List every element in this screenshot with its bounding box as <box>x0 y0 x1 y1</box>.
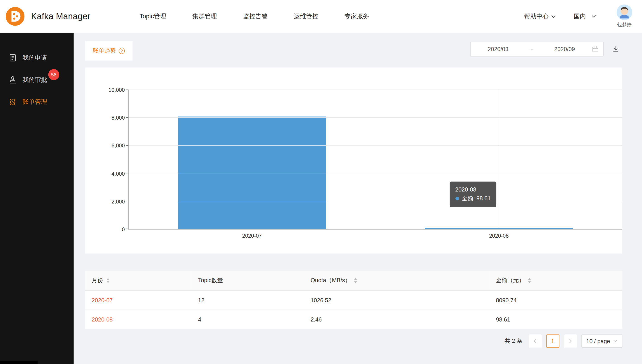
y-tick-mark <box>126 201 129 201</box>
nav-topic-management[interactable]: Topic管理 <box>140 12 166 20</box>
user-block[interactable]: 包梦婷 <box>617 4 632 28</box>
billing-table-card: 月份 Topic数量 Quota（MB/s） 金额（元） <box>85 271 622 329</box>
y-tick-mark <box>126 145 129 146</box>
brand-logo-icon[interactable] <box>6 7 25 26</box>
page-size-select[interactable]: 10 / page <box>581 334 622 348</box>
chart-plot: 2020-072020-08 2020-08 金额: 98.61 <box>128 90 622 230</box>
sidebar-item-label: 账单管理 <box>23 98 47 106</box>
help-question-icon[interactable] <box>119 48 125 54</box>
gridline <box>129 117 622 118</box>
username: 包梦婷 <box>617 21 632 28</box>
x-axis-label: 2020-07 <box>129 233 375 239</box>
nav-cluster-management[interactable]: 集群管理 <box>192 12 217 20</box>
y-axis-label: 0 <box>122 226 125 232</box>
chevron-right-icon <box>569 339 572 344</box>
y-tick-mark <box>126 173 129 174</box>
date-range-picker[interactable]: 2020/03 ~ 2020/09 <box>470 42 603 56</box>
date-end[interactable]: 2020/09 <box>537 46 592 52</box>
sort-icon[interactable] <box>106 278 110 283</box>
y-axis-label: 8,000 <box>112 115 125 121</box>
table-header-row: 月份 Topic数量 Quota（MB/s） 金额（元） <box>85 271 622 290</box>
table-row: 2020-07 12 1026.52 8090.74 <box>85 290 622 310</box>
nav-monitor-alert[interactable]: 监控告警 <box>243 12 268 20</box>
amount-cell: 98.61 <box>489 310 622 329</box>
y-tick-mark <box>126 117 129 118</box>
topic-count-cell: 12 <box>192 290 304 310</box>
billing-icon <box>8 97 17 106</box>
header-right: 帮助中心 国内 包梦婷 <box>524 4 632 28</box>
date-separator: ~ <box>525 46 537 52</box>
gridline <box>129 145 622 146</box>
page-size-value: 10 / page <box>586 338 610 344</box>
top-nav: Topic管理 集群管理 监控告警 运维管控 专家服务 <box>140 12 369 20</box>
next-page-button[interactable] <box>564 334 577 348</box>
sidebar: 我的申请 我的审批 58 账单管理 <box>0 33 74 364</box>
billing-table: 月份 Topic数量 Quota（MB/s） 金额（元） <box>85 271 622 329</box>
toolbar: 账单趋势 2020/03 ~ 2020/09 <box>85 41 622 60</box>
y-tick-mark <box>126 90 129 90</box>
chevron-down-icon <box>592 15 596 18</box>
chevron-down-icon <box>613 340 617 342</box>
tooltip-value: 金额: 98.61 <box>462 194 491 203</box>
gridline <box>129 201 622 201</box>
app-title: Kafka Manager <box>31 12 90 21</box>
avatar <box>617 4 632 20</box>
nav-ops-control[interactable]: 运维管控 <box>294 12 319 20</box>
amount-cell: 8090.74 <box>489 290 622 310</box>
sidebar-item-label: 我的审批 <box>23 76 47 84</box>
help-center-label: 帮助中心 <box>524 12 549 20</box>
help-center-link[interactable]: 帮助中心 <box>524 12 555 20</box>
quota-cell: 1026.52 <box>304 290 489 310</box>
gridline <box>129 173 622 174</box>
month-link[interactable]: 2020-07 <box>92 297 113 304</box>
sidebar-bottom-bar <box>0 360 38 364</box>
bar-2020-08[interactable] <box>425 228 573 229</box>
chevron-left-icon <box>533 339 536 344</box>
toolbar-right: 2020/03 ~ 2020/09 <box>470 42 622 56</box>
table-row: 2020-08 4 2.46 98.61 <box>85 310 622 329</box>
calendar-icon <box>592 46 598 52</box>
column-header-amount[interactable]: 金额（元） <box>489 271 622 290</box>
tab-bill-trend[interactable]: 账单趋势 <box>85 41 133 60</box>
approvals-count-badge: 58 <box>48 69 59 80</box>
chart-bars: 2020-072020-08 <box>129 90 622 229</box>
prev-page-button[interactable] <box>528 334 541 348</box>
topic-count-cell: 4 <box>192 310 304 329</box>
top-header: Kafka Manager Topic管理 集群管理 监控告警 运维管控 专家服… <box>0 0 642 33</box>
chart-category: 2020-08 <box>375 90 622 229</box>
y-tick-mark <box>126 228 129 229</box>
tooltip-title: 2020-08 <box>455 186 491 194</box>
y-axis-label: 2,000 <box>112 198 125 204</box>
chart-tooltip: 2020-08 金额: 98.61 <box>449 182 496 207</box>
main-content: 账单趋势 2020/03 ~ 2020/09 02,0004,0006,0008… <box>74 33 642 364</box>
region-select[interactable]: 国内 <box>574 12 596 20</box>
sidebar-item-my-approvals[interactable]: 我的审批 58 <box>0 69 74 91</box>
region-label: 国内 <box>574 12 586 20</box>
nav-expert-service[interactable]: 专家服务 <box>345 12 369 20</box>
sidebar-item-label: 我的申请 <box>23 54 47 62</box>
gridline <box>129 90 622 90</box>
chart-y-labels: 02,0004,0006,0008,00010,000 <box>85 90 125 230</box>
column-header-quota[interactable]: Quota（MB/s） <box>304 271 489 290</box>
tab-label: 账单趋势 <box>93 47 116 54</box>
column-header-month[interactable]: 月份 <box>85 271 191 290</box>
x-axis-label: 2020-08 <box>375 233 622 239</box>
sort-icon[interactable] <box>528 278 531 283</box>
bill-trend-chart-card: 02,0004,0006,0008,00010,000 2020-072020-… <box>85 67 622 254</box>
stamp-icon <box>8 75 17 84</box>
download-button[interactable] <box>609 42 622 56</box>
total-count: 共 2 条 <box>504 337 522 345</box>
month-link[interactable]: 2020-08 <box>92 316 113 323</box>
sidebar-item-billing-management[interactable]: 账单管理 <box>0 91 74 113</box>
sort-icon[interactable] <box>354 278 357 283</box>
date-start[interactable]: 2020/03 <box>470 46 525 52</box>
page-1-button[interactable]: 1 <box>546 334 559 348</box>
chart-category: 2020-07 <box>129 90 375 229</box>
download-icon <box>612 46 619 53</box>
y-axis-label: 10,000 <box>109 87 125 93</box>
series-dot-icon <box>455 197 459 200</box>
clipboard-icon <box>8 53 17 62</box>
kafka-manager-app: Kafka Manager Topic管理 集群管理 监控告警 运维管控 专家服… <box>0 0 642 364</box>
y-axis-label: 6,000 <box>112 143 125 149</box>
sidebar-item-my-applications[interactable]: 我的申请 <box>0 46 74 69</box>
